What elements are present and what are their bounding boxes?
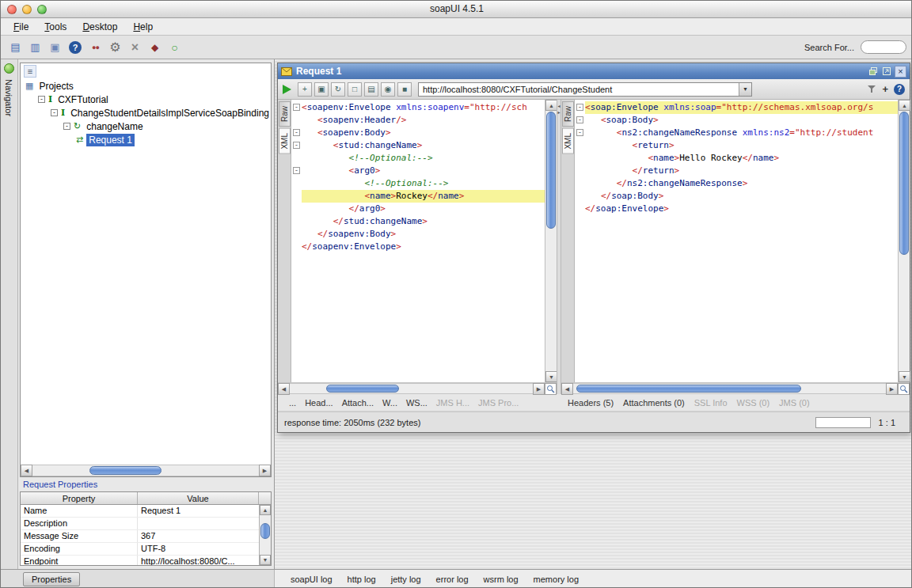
help-icon[interactable]: ? <box>69 41 82 54</box>
forum-icon[interactable]: ●● <box>87 39 104 55</box>
request-inspector-head[interactable]: Head... <box>305 398 332 408</box>
ws-a-icon[interactable]: ◉ <box>381 82 395 97</box>
create-empty-icon[interactable]: □ <box>348 82 362 97</box>
log-tab-jetty-log[interactable]: jetty log <box>391 575 421 584</box>
scroll-thumb[interactable] <box>326 385 399 393</box>
scroll-thumb[interactable] <box>260 523 270 539</box>
tree-item-changename[interactable]: -↻changeName <box>21 119 271 133</box>
tree-item-request-1[interactable]: ⇄Request 1 <box>21 133 271 146</box>
new-workspace-icon[interactable]: ▤ <box>7 39 24 55</box>
property-row-description[interactable]: Description <box>21 518 271 530</box>
property-value[interactable]: Request 1 <box>138 505 271 517</box>
scroll-up-button[interactable]: ▲ <box>545 100 557 111</box>
endpoint-combobox[interactable]: http://localhost:8080/CXFTutorial/Change… <box>418 82 752 97</box>
collapse-left-icon[interactable]: ◂ <box>557 103 560 108</box>
tree-item-cxftutorial[interactable]: -ICXFTutorial <box>21 93 271 106</box>
chevron-down-icon[interactable]: ▼ <box>739 83 751 96</box>
maximize-icon[interactable] <box>881 66 892 77</box>
magnifier-button[interactable] <box>898 383 910 395</box>
log-tab-http-log[interactable]: http log <box>348 575 376 584</box>
request-inspector-w[interactable]: W... <box>382 398 397 408</box>
response-inspector-attachments-0[interactable]: Attachments (0) <box>623 398 685 408</box>
request-tab-xml[interactable]: XML <box>279 128 291 154</box>
collapse-right-icon[interactable]: ▸ <box>557 109 560 115</box>
clone-request-icon[interactable]: ▣ <box>314 82 329 97</box>
request-inspector-ws[interactable]: WS... <box>406 398 428 408</box>
scroll-up-button[interactable]: ▲ <box>899 100 910 111</box>
scroll-down-button[interactable]: ▼ <box>545 371 557 382</box>
tree-item-projects[interactable]: ▦Projects <box>21 79 271 93</box>
scroll-left-button[interactable]: ◀ <box>278 383 290 395</box>
filter-icon[interactable] <box>868 85 876 93</box>
scroll-thumb[interactable] <box>576 385 801 393</box>
fold-toggle-icon[interactable]: - <box>293 129 300 136</box>
starter-page-icon[interactable]: ○ <box>166 39 183 55</box>
trial-icon[interactable]: ◆ <box>146 39 163 55</box>
property-value[interactable]: UTF-8 <box>138 543 271 555</box>
window-zoom-button[interactable] <box>37 5 47 14</box>
cancel-request-icon[interactable]: ■ <box>397 82 412 97</box>
fold-toggle-icon[interactable]: - <box>576 104 583 111</box>
window-titlebar[interactable]: soapUI 4.5.1 <box>1 1 912 18</box>
request-inspector-attach[interactable]: Attach... <box>342 398 374 408</box>
window-close-button[interactable] <box>7 5 17 14</box>
add-icon[interactable]: + <box>882 83 888 95</box>
fold-toggle-icon[interactable]: - <box>293 104 300 111</box>
import-workspace-icon[interactable]: ▥ <box>27 39 44 55</box>
frame-close-button[interactable]: × <box>895 66 906 78</box>
fold-toggle-icon[interactable]: - <box>293 142 300 149</box>
property-row-name[interactable]: NameRequest 1 <box>21 505 271 518</box>
search-input[interactable] <box>861 40 906 54</box>
response-tab-xml[interactable]: XML <box>562 128 574 154</box>
scroll-left-button[interactable]: ◀ <box>561 383 573 395</box>
menu-help[interactable]: Help <box>125 20 161 34</box>
recreate-request-icon[interactable]: ↻ <box>331 82 345 97</box>
log-tab-error-log[interactable]: error log <box>436 575 469 584</box>
tools-icon[interactable]: × <box>127 39 143 55</box>
fold-toggle-icon[interactable]: - <box>576 116 583 123</box>
expander-icon[interactable]: - <box>63 123 70 130</box>
scroll-up-button[interactable]: ▲ <box>260 505 271 515</box>
expander-icon[interactable]: - <box>51 109 58 116</box>
fold-toggle-icon[interactable]: - <box>293 167 300 174</box>
scroll-left-button[interactable]: ◀ <box>21 465 32 476</box>
menu-file[interactable]: File <box>6 20 36 34</box>
response-editor[interactable]: RawXML -<soap:Envelope xmlns:soap="http:… <box>561 100 910 394</box>
restore-icon[interactable] <box>868 66 879 77</box>
menu-tools[interactable]: Tools <box>36 20 74 34</box>
properties-tab[interactable]: Properties <box>23 572 80 586</box>
menu-desktop[interactable]: Desktop <box>74 20 125 34</box>
property-row-message-size[interactable]: Message Size367 <box>21 530 271 543</box>
submit-button[interactable] <box>283 85 291 94</box>
scroll-right-button[interactable]: ▶ <box>533 383 545 395</box>
scroll-down-button[interactable]: ▼ <box>260 555 271 565</box>
navigator-tab[interactable]: Navigator <box>4 79 13 116</box>
scroll-right-button[interactable]: ▶ <box>886 383 898 395</box>
preferences-icon[interactable]: ⚙ <box>107 39 124 55</box>
property-value[interactable]: http://localhost:8080/C... <box>138 556 271 566</box>
scroll-thumb[interactable] <box>546 112 556 229</box>
property-value[interactable]: 367 <box>138 530 271 542</box>
save-all-icon[interactable]: ▣ <box>47 39 63 55</box>
add-to-testcase-icon[interactable]: + <box>298 82 312 97</box>
request-tab-raw[interactable]: Raw <box>279 101 291 127</box>
response-xml-area[interactable]: -<soap:Envelope xmlns:soap="http://schem… <box>575 100 898 382</box>
status-field[interactable] <box>815 417 871 428</box>
response-tab-raw[interactable]: Raw <box>562 101 574 127</box>
scroll-down-button[interactable]: ▼ <box>899 371 910 382</box>
response-inspector-headers-5[interactable]: Headers (5) <box>568 398 614 408</box>
request-settings-icon[interactable]: ▤ <box>364 82 378 97</box>
log-tab-wsrm-log[interactable]: wsrm log <box>484 575 519 584</box>
property-row-endpoint[interactable]: Endpointhttp://localhost:8080/C... <box>21 556 271 566</box>
log-tab-memory-log[interactable]: memory log <box>534 575 579 584</box>
scroll-thumb[interactable] <box>899 112 909 255</box>
tree-options-icon[interactable]: ≡ <box>24 65 36 78</box>
request-xml-area[interactable]: -<soapenv:Envelope xmlns:soapenv="http:/… <box>291 100 545 382</box>
expander-icon[interactable]: - <box>38 96 45 103</box>
property-value[interactable] <box>138 518 271 529</box>
window-minimize-button[interactable] <box>22 5 32 14</box>
fold-toggle-icon[interactable]: - <box>576 129 583 136</box>
request-window-titlebar[interactable]: Request 1 × <box>278 63 910 79</box>
help-icon[interactable]: ? <box>894 84 905 95</box>
magnifier-button[interactable] <box>545 383 557 395</box>
